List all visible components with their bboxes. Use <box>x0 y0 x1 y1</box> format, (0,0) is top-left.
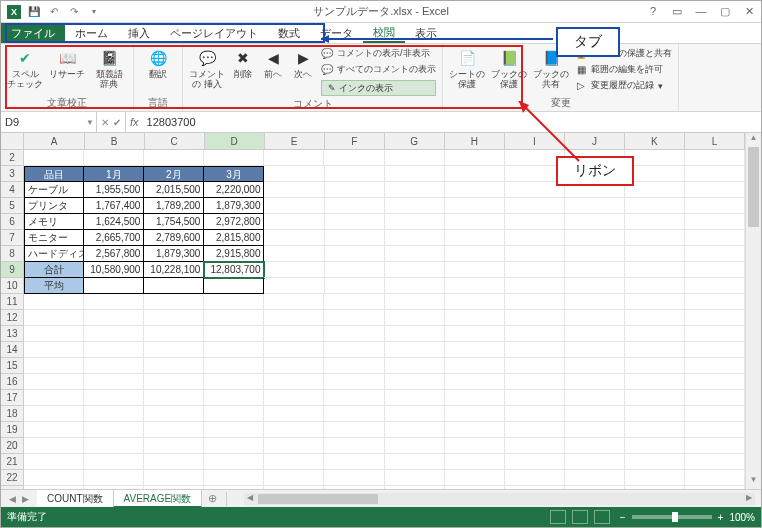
cell[interactable] <box>385 166 445 182</box>
cell[interactable] <box>445 246 505 262</box>
cell[interactable] <box>144 150 204 166</box>
cell[interactable] <box>625 422 685 438</box>
tab-3[interactable]: ページレイアウト <box>160 23 268 43</box>
cell[interactable] <box>505 262 565 278</box>
row-header[interactable]: 20 <box>1 438 24 454</box>
cell[interactable] <box>445 374 505 390</box>
cell[interactable] <box>325 182 385 198</box>
cell[interactable] <box>385 214 445 230</box>
cell[interactable] <box>625 406 685 422</box>
cell[interactable] <box>24 374 84 390</box>
cell[interactable] <box>565 406 625 422</box>
cell[interactable] <box>325 198 385 214</box>
cell[interactable] <box>385 246 445 262</box>
cell[interactable] <box>565 262 625 278</box>
row-header[interactable]: 8 <box>1 246 24 262</box>
cell[interactable] <box>685 470 745 486</box>
cell[interactable] <box>445 422 505 438</box>
cell[interactable] <box>204 438 264 454</box>
tab-2[interactable]: 挿入 <box>118 23 160 43</box>
cell[interactable] <box>204 470 264 486</box>
redo-icon[interactable]: ↷ <box>67 5 81 19</box>
sheet-tab[interactable]: AVERAGE関数 <box>114 490 203 508</box>
cell[interactable]: 2月 <box>144 166 204 182</box>
cell[interactable] <box>264 198 324 214</box>
cell[interactable] <box>325 246 385 262</box>
cell[interactable]: 1,879,300 <box>204 198 264 214</box>
cell[interactable] <box>685 358 745 374</box>
cell[interactable]: 3月 <box>204 166 264 182</box>
cell[interactable]: 1,955,500 <box>84 182 144 198</box>
tab-6[interactable]: 校閲 <box>363 23 405 43</box>
cell[interactable] <box>385 390 445 406</box>
cancel-formula-icon[interactable]: ✕ <box>101 117 109 128</box>
col-header[interactable]: H <box>445 133 505 149</box>
row-header[interactable]: 19 <box>1 422 24 438</box>
cell[interactable] <box>24 422 84 438</box>
sheet-tab[interactable]: COUNT関数 <box>37 490 114 508</box>
cell[interactable] <box>445 262 505 278</box>
cell[interactable] <box>685 166 745 182</box>
cell[interactable] <box>24 390 84 406</box>
cell[interactable]: 10,580,900 <box>84 262 144 278</box>
cell[interactable]: 1,754,500 <box>144 214 204 230</box>
cell[interactable] <box>84 374 144 390</box>
row-header[interactable]: 22 <box>1 470 24 486</box>
cell[interactable] <box>625 246 685 262</box>
cell[interactable] <box>144 358 204 374</box>
maximize-icon[interactable]: ▢ <box>717 5 733 18</box>
scroll-down-icon[interactable]: ▼ <box>746 475 761 489</box>
cell[interactable] <box>264 390 324 406</box>
show-comment-button[interactable]: 💬コメントの表示/非表示 <box>321 46 436 61</box>
cell[interactable] <box>685 374 745 390</box>
zoom-level[interactable]: 100% <box>729 512 755 523</box>
cell[interactable] <box>264 438 324 454</box>
cell[interactable] <box>685 342 745 358</box>
cell[interactable] <box>325 230 385 246</box>
cell[interactable] <box>685 454 745 470</box>
scroll-thumb[interactable] <box>748 147 759 227</box>
tab-1[interactable]: ホーム <box>65 23 118 43</box>
cell[interactable] <box>84 390 144 406</box>
cell[interactable] <box>144 470 204 486</box>
cell[interactable] <box>24 358 84 374</box>
next-comment-button[interactable]: ▶次へ <box>291 46 315 96</box>
col-header[interactable]: J <box>565 133 625 149</box>
cell[interactable] <box>625 294 685 310</box>
cell[interactable] <box>144 326 204 342</box>
row-header[interactable]: 7 <box>1 230 24 246</box>
thesaurus-button[interactable]: 📓類義語 辞典 <box>91 46 127 95</box>
zoom-in-button[interactable]: + <box>718 512 724 523</box>
cell[interactable] <box>24 342 84 358</box>
undo-icon[interactable]: ↶ <box>47 5 61 19</box>
cell[interactable] <box>505 374 565 390</box>
cell[interactable]: 2,972,800 <box>204 214 264 230</box>
cell[interactable] <box>385 150 445 166</box>
cell[interactable] <box>385 470 445 486</box>
cell[interactable] <box>324 150 384 166</box>
cell[interactable] <box>385 374 445 390</box>
show-all-comments-button[interactable]: 💬すべてのコメントの表示 <box>321 62 436 77</box>
delete-comment-button[interactable]: ✖削除 <box>231 46 255 96</box>
close-icon[interactable]: ✕ <box>741 5 757 18</box>
cell[interactable] <box>324 454 384 470</box>
zoom-out-button[interactable]: − <box>620 512 626 523</box>
cell[interactable]: メモリ <box>24 214 84 230</box>
cell[interactable] <box>144 374 204 390</box>
cell[interactable] <box>24 150 84 166</box>
cell[interactable] <box>565 454 625 470</box>
cell[interactable] <box>264 326 324 342</box>
cell[interactable] <box>324 342 384 358</box>
cell[interactable] <box>625 438 685 454</box>
cell[interactable] <box>625 230 685 246</box>
spellcheck-button[interactable]: ✔スペル チェック <box>7 46 43 95</box>
cell[interactable]: 1,624,500 <box>84 214 144 230</box>
cell[interactable] <box>565 294 625 310</box>
cell[interactable] <box>565 438 625 454</box>
row-header[interactable]: 21 <box>1 454 24 470</box>
normal-view-icon[interactable] <box>550 510 566 524</box>
cell[interactable]: ケーブル <box>24 182 84 198</box>
fx-icon[interactable]: fx <box>126 116 143 128</box>
cell[interactable] <box>505 310 565 326</box>
row-header[interactable]: 18 <box>1 406 24 422</box>
